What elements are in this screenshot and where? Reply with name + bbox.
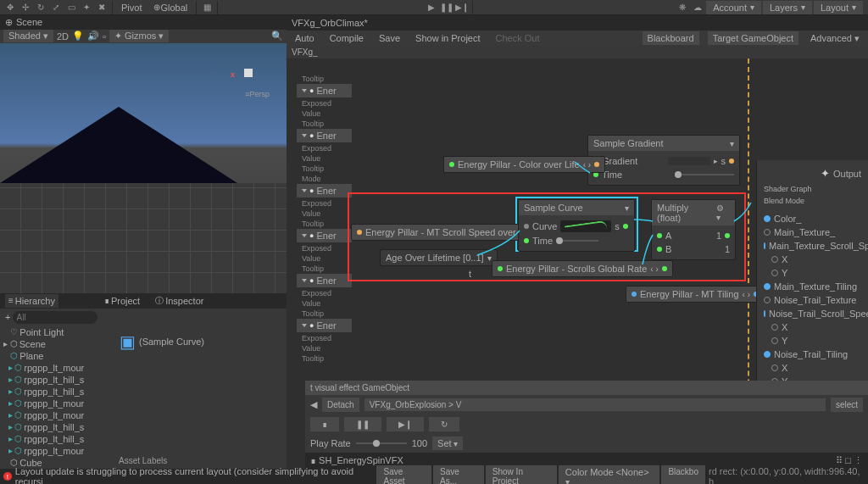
status-bar: !Layout update is struggling to process …	[0, 469, 868, 484]
custom-tool-icon[interactable]: ✖	[95, 1, 108, 14]
show-in-project-btn[interactable]: Show In Project	[486, 465, 557, 485]
step-button[interactable]: ▶❙	[455, 1, 469, 14]
set-rate-button[interactable]: Set ▾	[432, 437, 463, 450]
shading-mode-dropdown[interactable]: Shaded ▾	[3, 30, 53, 42]
transform-tool-icon[interactable]: ✦	[80, 1, 93, 14]
main-toolbar: ✥ ✢ ↻ ⤢ ▭ ✦ ✖ Pivot ⊕Global ▦ ▶ ❚❚ ▶❙ ❋ …	[0, 0, 868, 15]
lower-panel-tabs: ≡ Hierarchy ∎ Project ⓘ Inspector	[0, 293, 287, 309]
sample-curve-asset[interactable]: (Sample Curve)	[139, 337, 204, 347]
play-button[interactable]: ▶	[425, 1, 438, 14]
scrolls-global-rate-property[interactable]: Energy Pillar - Scrolls Global Rate ‹ ›	[492, 260, 673, 277]
sample-gradient-node[interactable]: Sample Gradient▾ Gradient ▸ s Time	[587, 135, 740, 186]
scene-tab[interactable]: ⊕ Scene	[0, 15, 287, 30]
path-breadcrumb[interactable]: VFXg_OrbExplosion > V	[364, 398, 826, 411]
account-dropdown[interactable]: Account ▾	[706, 1, 761, 14]
layout-dropdown[interactable]: Layout ▾	[814, 1, 863, 14]
vfx-control-panel: t visual effect GameObject ◀ Detach VFXg…	[305, 381, 868, 469]
hand-tool-icon[interactable]: ✥	[3, 1, 17, 14]
gizmos-dropdown[interactable]: ✦ Gizmos ▾	[109, 30, 169, 42]
graph-tab[interactable]: VFXg_OrbClimax*	[292, 18, 368, 28]
rect-tool-icon[interactable]: ▭	[64, 1, 78, 14]
snap-icon[interactable]: ▦	[200, 1, 214, 14]
panel-options-icon[interactable]: ⠿ □ ⋮	[836, 455, 863, 466]
advanced-dropdown[interactable]: Advanced ▾	[807, 33, 863, 44]
step-button-vfx[interactable]: ▶❙	[387, 417, 424, 431]
select-button[interactable]: select	[831, 398, 863, 412]
scene-view[interactable]: x ≡Persp	[0, 43, 287, 293]
global-toggle[interactable]: ⊕Global	[148, 1, 192, 14]
light-icon[interactable]: 💡	[72, 31, 84, 42]
hierarchy-search-input[interactable]	[13, 311, 97, 324]
checkout-button[interactable]: Check Out	[492, 33, 543, 43]
t-port-label: t	[469, 269, 471, 279]
save-asset-button[interactable]: Save Asset	[376, 465, 431, 485]
mt-tiling-property[interactable]: Energy Pillar - MT Tiling ‹ ›	[626, 286, 765, 303]
detach-button[interactable]: Detach	[322, 398, 359, 412]
blackboard-toggle[interactable]: Blackboard	[643, 31, 699, 45]
asset-labels-header: Asset Labels	[119, 456, 167, 465]
play-rate-slider[interactable]	[356, 442, 407, 444]
auto-compile-toggle[interactable]: Auto	[292, 33, 318, 43]
breadcrumb[interactable]: VFXg_	[287, 46, 868, 58]
stop-button[interactable]: ∎	[310, 417, 339, 431]
scale-tool-icon[interactable]: ⤢	[49, 1, 63, 14]
rotate-tool-icon[interactable]: ↻	[34, 1, 47, 14]
sample-curve-node[interactable]: Sample Curve▾ Curve s Time	[518, 199, 635, 252]
audio-icon[interactable]: 🔊	[87, 31, 99, 42]
scene-search-icon[interactable]: 🔍	[271, 31, 283, 42]
pivot-toggle[interactable]: Pivot	[116, 1, 147, 14]
persp-label[interactable]: ≡Persp	[245, 90, 270, 98]
inspector-tab[interactable]: ⓘ Inspector	[152, 293, 207, 309]
save-as-button[interactable]: Save As...	[433, 465, 484, 485]
scene-toolbar: Shaded ▾ 2D 💡 🔊 ▫ ✦ Gizmos ▾ 🔍	[0, 30, 287, 44]
play-rate-value: 100	[412, 438, 427, 448]
prev-icon[interactable]: ◀	[310, 399, 317, 410]
graph-toolbar: Auto Compile Save Show in Project Check …	[287, 31, 868, 46]
multiply-node[interactable]: Multiply (float) ⚙ ▾ A1 B1	[651, 199, 736, 260]
project-preview: ▣ (Sample Curve) Asset Labels	[114, 326, 287, 469]
play-rate-label: Play Rate	[310, 438, 351, 448]
move-tool-icon[interactable]: ✢	[19, 1, 32, 14]
save-button[interactable]: Save	[376, 33, 403, 43]
color-mode-dropdown[interactable]: Color Mode <None> ▾	[559, 465, 660, 485]
age-over-lifetime-node[interactable]: Age Over Lifetime [0..1] ▾	[380, 249, 498, 266]
color-over-life-property[interactable]: Energy Pillar - Color over Life ‹ ›	[443, 156, 605, 173]
rect-info: rd rect: (x:0.00, y:0.00, width:996.40, …	[705, 466, 865, 484]
compile-button[interactable]: Compile	[326, 33, 367, 43]
blackboard-panel[interactable]: Tooltip ● Ener Exposed Value Tooltip ● E…	[297, 74, 352, 364]
pause-button-vfx[interactable]: ❚❚	[344, 417, 381, 431]
show-in-project-button[interactable]: Show in Project	[412, 33, 483, 43]
layers-dropdown[interactable]: Layers ▾	[763, 1, 812, 14]
restart-button[interactable]: ↻	[429, 417, 459, 431]
2d-toggle[interactable]: 2D	[57, 31, 69, 42]
collab-icon[interactable]: ❋	[676, 1, 689, 14]
fx-icon[interactable]: ▫	[103, 31, 106, 42]
error-message[interactable]: !Layout update is struggling to process …	[3, 466, 376, 484]
hierarchy-tree[interactable]: ♡ Point Light ▸ ⬡ Scene ⬡ Plane ▸ ⬡ rpgp…	[0, 326, 114, 469]
cloud-icon[interactable]: ☁	[691, 1, 704, 14]
target-gameobject-toggle[interactable]: Target GameObject	[708, 31, 798, 45]
pause-button[interactable]: ❚❚	[440, 1, 453, 14]
attached-gameobject-label: t visual effect GameObject	[305, 381, 868, 395]
blackboard-btn[interactable]: Blackbo	[661, 465, 705, 485]
hierarchy-tab[interactable]: ≡ Hierarchy	[5, 294, 58, 308]
project-tab[interactable]: ∎ Project	[101, 294, 143, 308]
orientation-gizmo[interactable]: x	[227, 52, 270, 94]
